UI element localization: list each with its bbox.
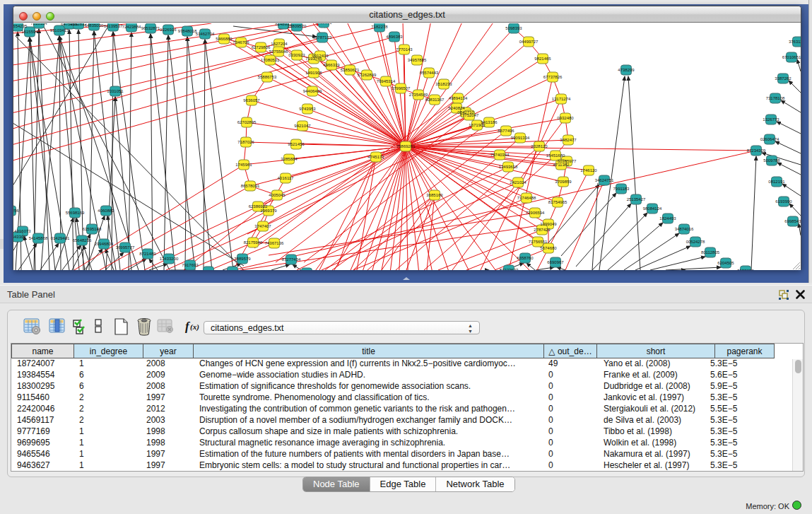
svg-text:34624751: 34624751 bbox=[595, 178, 614, 182]
svg-text:5430391: 5430391 bbox=[315, 23, 332, 25]
svg-text:71756551: 71756551 bbox=[529, 240, 548, 244]
svg-text:71906594: 71906594 bbox=[526, 211, 545, 215]
svg-text:4005045: 4005045 bbox=[269, 193, 286, 197]
svg-text:1627204: 1627204 bbox=[271, 42, 288, 46]
svg-text:86578091: 86578091 bbox=[241, 184, 260, 188]
svg-text:9421047: 9421047 bbox=[294, 124, 311, 128]
svg-text:28809570: 28809570 bbox=[288, 24, 307, 28]
svg-text:3518233: 3518233 bbox=[435, 82, 452, 86]
svg-text:81223623: 81223623 bbox=[500, 268, 519, 270]
svg-text:6193990: 6193990 bbox=[775, 199, 792, 204]
svg-text:85574443: 85574443 bbox=[420, 71, 439, 75]
svg-text:6690967: 6690967 bbox=[547, 260, 564, 264]
svg-text:4316117: 4316117 bbox=[278, 176, 295, 180]
svg-text:6204505: 6204505 bbox=[717, 261, 734, 265]
svg-text:3158692: 3158692 bbox=[737, 269, 754, 270]
svg-text:3482477: 3482477 bbox=[560, 138, 577, 142]
svg-text:13171274: 13171274 bbox=[552, 97, 571, 101]
svg-text:3685160: 3685160 bbox=[426, 193, 443, 197]
svg-text:29946804: 29946804 bbox=[95, 242, 114, 246]
svg-text:82175946: 82175946 bbox=[244, 240, 263, 245]
svg-text:53755646: 53755646 bbox=[269, 49, 288, 54]
svg-text:62729806: 62729806 bbox=[252, 45, 271, 49]
svg-text:0812191: 0812191 bbox=[768, 180, 785, 184]
svg-text:98084124: 98084124 bbox=[643, 206, 662, 211]
svg-text:34874016: 34874016 bbox=[675, 227, 694, 231]
svg-text:0932480: 0932480 bbox=[557, 116, 574, 120]
svg-text:55886753: 55886753 bbox=[258, 75, 277, 79]
svg-text:17080531: 17080531 bbox=[261, 58, 280, 62]
svg-text:67737826: 67737826 bbox=[543, 75, 563, 79]
svg-text:75869261: 75869261 bbox=[396, 144, 416, 148]
svg-text:80831367: 80831367 bbox=[425, 98, 445, 102]
svg-text:72423884: 72423884 bbox=[122, 25, 141, 29]
svg-text:8721489: 8721489 bbox=[139, 252, 156, 256]
svg-text:37631165: 37631165 bbox=[789, 40, 801, 44]
svg-text:64139537: 64139537 bbox=[104, 24, 123, 28]
svg-text:9521456: 9521456 bbox=[288, 142, 305, 146]
svg-text:87234309: 87234309 bbox=[747, 148, 766, 153]
svg-text:13433200: 13433200 bbox=[160, 257, 179, 261]
svg-text:7816184: 7816184 bbox=[30, 23, 47, 25]
svg-text:04499727: 04499727 bbox=[519, 40, 539, 44]
svg-text:76945314: 76945314 bbox=[377, 79, 396, 83]
svg-text:49894134: 49894134 bbox=[449, 96, 468, 100]
svg-text:5098393: 5098393 bbox=[505, 26, 522, 30]
svg-text:7991183: 7991183 bbox=[613, 187, 630, 191]
svg-text:3387262: 3387262 bbox=[775, 76, 792, 81]
svg-text:76320163: 76320163 bbox=[199, 269, 218, 270]
svg-text:71746488: 71746488 bbox=[517, 196, 536, 200]
svg-text:7770143: 7770143 bbox=[396, 47, 413, 52]
svg-text:51462704: 51462704 bbox=[196, 32, 215, 36]
svg-text:74367136: 74367136 bbox=[265, 241, 284, 245]
svg-text:51850671: 51850671 bbox=[341, 68, 360, 72]
svg-text:94406409: 94406409 bbox=[303, 89, 322, 93]
svg-text:65648236: 65648236 bbox=[73, 238, 92, 243]
svg-text:9413186: 9413186 bbox=[481, 120, 498, 124]
svg-text:3747407: 3747407 bbox=[254, 224, 271, 228]
svg-text:1969379: 1969379 bbox=[260, 209, 277, 213]
svg-text:36995777: 36995777 bbox=[116, 245, 135, 250]
svg-text:77752047: 77752047 bbox=[460, 113, 479, 117]
svg-text:73178108: 73178108 bbox=[766, 96, 785, 100]
svg-text:1399049: 1399049 bbox=[540, 222, 557, 226]
svg-text:4060883: 4060883 bbox=[98, 209, 114, 213]
svg-text:13493618: 13493618 bbox=[499, 165, 518, 169]
svg-text:5466889: 5466889 bbox=[216, 37, 233, 41]
svg-text:6658760: 6658760 bbox=[517, 256, 534, 260]
svg-text:25135427: 25135427 bbox=[627, 197, 646, 201]
svg-text:2421024: 2421024 bbox=[510, 180, 526, 185]
svg-text:4745171: 4745171 bbox=[367, 155, 384, 159]
svg-text:96532871: 96532871 bbox=[141, 26, 160, 30]
svg-text:87277434: 87277434 bbox=[282, 257, 301, 262]
svg-text:97848018: 97848018 bbox=[178, 29, 197, 33]
svg-text:1326773: 1326773 bbox=[763, 117, 779, 122]
svg-text:2328120: 2328120 bbox=[531, 144, 548, 148]
svg-text:79740344: 79740344 bbox=[490, 153, 510, 157]
svg-text:02654235: 02654235 bbox=[13, 24, 28, 28]
svg-text:99091334: 99091334 bbox=[511, 136, 530, 140]
svg-text:4896383: 4896383 bbox=[386, 35, 403, 39]
svg-text:5674680: 5674680 bbox=[540, 246, 557, 250]
svg-text:57262849: 57262849 bbox=[358, 73, 377, 77]
svg-text:9912419: 9912419 bbox=[312, 54, 329, 58]
svg-text:8677496: 8677496 bbox=[498, 129, 514, 133]
svg-text:2787429: 2787429 bbox=[534, 228, 551, 232]
svg-text:7182278: 7182278 bbox=[371, 25, 388, 29]
svg-text:00524278: 00524278 bbox=[686, 240, 705, 244]
svg-text:34957885: 34957885 bbox=[408, 58, 427, 62]
svg-text:62702895: 62702895 bbox=[237, 120, 257, 124]
svg-text:1491905: 1491905 bbox=[305, 71, 322, 75]
svg-text:7187026: 7187026 bbox=[237, 140, 254, 144]
svg-text:7889579: 7889579 bbox=[234, 257, 251, 261]
svg-text:3285884: 3285884 bbox=[281, 157, 298, 161]
svg-text:(x): (x) bbox=[190, 322, 199, 332]
svg-text:6998543: 6998543 bbox=[784, 219, 801, 223]
svg-text:4966319: 4966319 bbox=[323, 63, 340, 67]
svg-text:9636057: 9636057 bbox=[243, 98, 260, 103]
svg-text:4738299: 4738299 bbox=[618, 68, 635, 72]
svg-text:0330923: 0330923 bbox=[288, 53, 305, 57]
svg-text:93103413: 93103413 bbox=[50, 28, 69, 33]
svg-text:7917693: 7917693 bbox=[182, 263, 199, 267]
svg-text:65787133: 65787133 bbox=[313, 35, 332, 40]
